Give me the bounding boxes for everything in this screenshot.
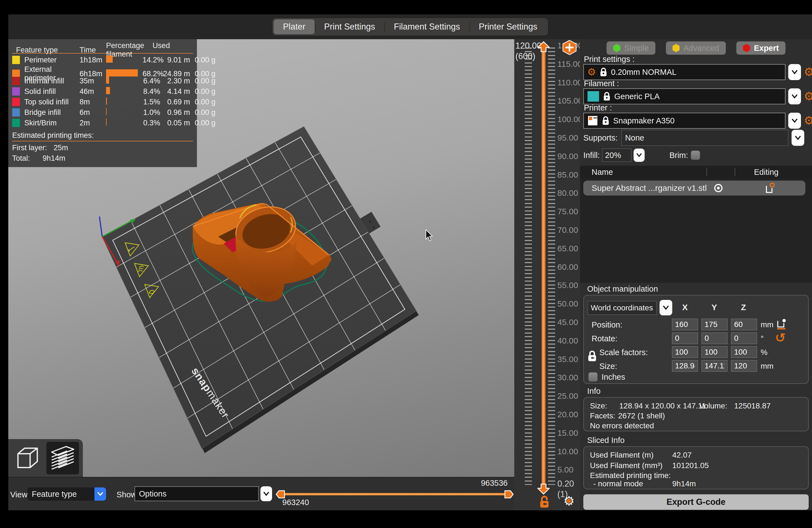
printer-arrow[interactable] [788,113,801,129]
brim-checkbox[interactable] [691,150,700,160]
gcode-range-slider[interactable] [284,493,505,495]
mode-button-expert[interactable]: Expert [736,41,785,55]
view-mode-select[interactable]: Feature type [27,487,106,501]
layer-ruler-ticks-left [525,47,532,485]
filament-select[interactable]: Generic PLA [583,88,785,104]
export-gcode-button[interactable]: Export G-code [583,494,809,510]
filament-color-swatch [587,91,599,102]
supports-arrow[interactable] [792,130,804,146]
coordinates-select[interactable]: World coordinates [588,301,657,315]
legend-divider-2 [12,141,193,142]
supports-select[interactable]: None [621,130,788,146]
manipulation-row-size: Size:mm [584,360,808,372]
range-slider-right-handle[interactable] [504,488,514,501]
inches-checkbox[interactable] [588,372,598,382]
printer-gear-icon[interactable]: ⚙ [804,115,812,127]
show-select-arrow[interactable] [260,486,272,501]
add-layer-marker-button[interactable] [562,40,577,55]
sliced-time-label: Estimated printing time: [590,471,671,480]
layer-ruler-ticks-right [548,47,555,485]
drop-to-bed-icon[interactable] [775,318,787,330]
info-volume-value: 125018.87 [734,401,771,410]
position-z-input[interactable] [731,319,757,330]
print-settings-gear-icon[interactable]: ⚙ [804,66,812,78]
sliced-row-label: Used Filament (m) [590,451,653,459]
mouse-cursor [426,230,432,241]
mode-label: Expert [754,44,779,53]
filament-arrow[interactable] [788,88,801,104]
layer-tick-80.00: 80.00 [557,188,578,198]
rotate-y-input[interactable] [701,333,727,344]
printer-select[interactable]: Snapmaker A350 [583,113,785,129]
coordinates-value: World coordinates [591,304,653,312]
info-size-value: 128.94 x 120.00 x 147.11 [619,401,706,410]
view-layers-button[interactable] [46,442,79,474]
feature-percentage: 0.3% [143,119,160,127]
tab-filament-settings[interactable]: Filament Settings [385,19,469,34]
feature-time: 1h18m [79,56,106,64]
info-title: Info [587,386,600,396]
show-select[interactable]: Options [134,486,259,501]
object-list: Super Abstract ...rganizer v1.stl [580,178,812,283]
reset-rotation-icon[interactable]: ↺ [775,330,786,345]
layer-lock-icon[interactable] [539,495,550,508]
layer-slider-top-handle[interactable] [537,41,550,53]
size-z-input[interactable] [731,360,757,372]
position-y-input[interactable] [701,319,727,330]
layer-tick-45.00: 45.00 [557,318,578,327]
supports-value: None [625,133,644,143]
print-settings-arrow[interactable] [788,64,801,80]
printer-value: Snapmaker A350 [613,116,675,126]
feature-legend: Feature type Time Percentage Used filame… [8,39,197,167]
sliced-info-box: Used Filament (m)42.07Used Filament (mm³… [583,446,809,489]
column-name: Name [592,167,613,177]
scale-factors-x-input[interactable] [672,346,698,358]
infill-select[interactable]: 20% [602,149,632,162]
layer-tick-110.00: 110.00 [557,78,582,87]
feature-percentage: 1.5% [143,98,160,106]
size-y-input[interactable] [701,360,727,372]
edit-object-icon[interactable] [764,182,775,194]
mode-hex-icon [743,44,750,52]
position-x-input[interactable] [672,319,698,330]
layer-tick-35.00: 35.00 [557,355,578,364]
chevron-down-icon[interactable] [95,487,106,501]
object-row[interactable]: Super Abstract ...rganizer v1.stl [583,180,806,195]
rotate-z-input[interactable] [731,333,757,344]
feature-percentage-bar [106,108,143,117]
visibility-eye-icon[interactable] [713,184,724,193]
size-x-input[interactable] [672,360,698,372]
tab-plater[interactable]: Plater [274,19,315,34]
layer-tick-75.00: 75.00 [557,207,578,216]
layer-tick-60.00: 60.00 [557,262,578,272]
layer-tick-65.00: 65.00 [557,244,578,253]
rotate-x-input[interactable] [672,333,698,344]
infill-arrow[interactable] [634,149,644,162]
scale-factors-z-input[interactable] [731,346,757,358]
show-value: Options [139,489,166,498]
feature-time: 6m [79,108,106,117]
coordinates-arrow[interactable] [659,300,672,316]
mode-button-simple[interactable]: Simple [607,41,655,55]
tab-print-settings[interactable]: Print Settings [315,19,385,34]
view-3d-button[interactable] [11,442,44,474]
layer-slider-track[interactable] [541,48,546,485]
uniform-scale-lock-icon[interactable] [587,350,597,362]
layer-settings-gear-icon[interactable]: ⚙ [562,494,576,508]
feature-weight: 0.00 g [190,98,215,106]
printer-label: Printer : [584,103,612,113]
inches-label: Inches [601,372,625,382]
layer-tick-55.00: 55.00 [557,281,578,290]
manipulation-row-position: Position:mm [584,319,808,331]
scale-factors-y-input[interactable] [701,346,727,358]
percentage-bar-fill [106,69,138,76]
mode-button-advanced[interactable]: Advanced [666,41,726,55]
feature-length: 9.01 m [160,56,190,64]
filament-gear-icon[interactable]: ⚙ [804,91,812,102]
tab-printer-settings[interactable]: Printer Settings [469,19,547,34]
layer-slider-bottom-handle[interactable] [537,483,550,495]
view-label: View [10,490,27,499]
legend-first-layer: First layer:25m [12,143,193,153]
info-size-label: Size: [590,401,607,410]
print-settings-select[interactable]: ⚙ 0.20mm NORMAL [583,64,785,80]
